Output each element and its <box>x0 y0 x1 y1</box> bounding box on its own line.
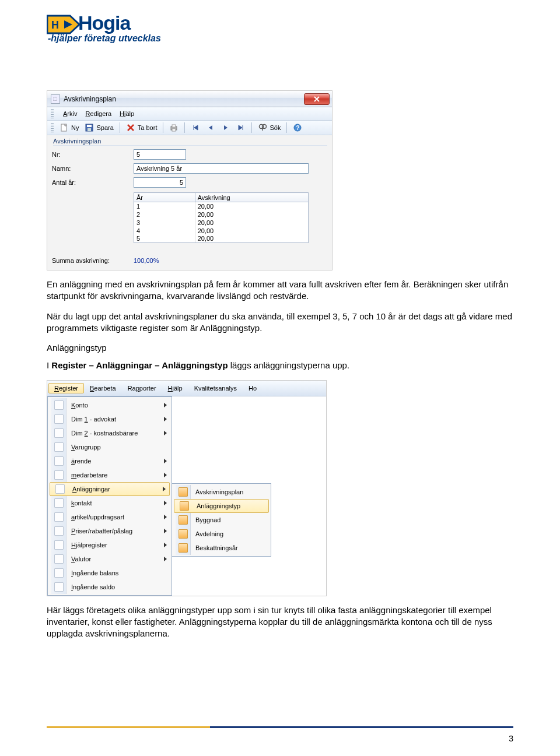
chevron-right-icon <box>164 473 167 477</box>
namn-input[interactable] <box>134 163 309 174</box>
nr-label: Nr: <box>52 151 134 158</box>
new-icon <box>60 123 69 132</box>
submenu-item-label: Byggnad <box>195 516 220 523</box>
list-icon <box>54 442 64 452</box>
table-row[interactable]: 220,00 <box>134 210 309 219</box>
logo-mark-icon: H <box>47 13 75 33</box>
col-ar[interactable]: År <box>134 193 195 202</box>
menubar-2: Register Bearbeta Rapporter Hjälp Kvalit… <box>47 381 326 396</box>
menu-arkiv[interactable]: Arkiv <box>63 110 77 117</box>
submenu-item[interactable]: Byggnad <box>173 513 270 527</box>
menu-item-label: Anläggningar <box>72 486 110 493</box>
antal-input[interactable] <box>134 177 186 188</box>
search-icon <box>258 123 267 132</box>
avskrivning-grid: År Avskrivning 120,00220,00320,00420,005… <box>134 192 309 243</box>
help-button[interactable]: ? <box>292 122 303 133</box>
table-row[interactable]: 520,00 <box>134 235 309 243</box>
chevron-right-icon <box>164 501 167 505</box>
menu-item[interactable]: Varugrupp <box>49 440 170 454</box>
svg-text:H: H <box>51 19 59 31</box>
sum-value: 100,00% <box>134 257 159 264</box>
menu-item-label: Ingående saldo <box>71 583 115 590</box>
delete-button[interactable]: Ta bort <box>125 122 159 133</box>
table-row[interactable]: 120,00 <box>134 202 309 210</box>
separator <box>163 122 163 133</box>
menu-hjalp[interactable]: Hjälp <box>120 110 134 117</box>
menu-kvalitetsanalys[interactable]: Kvalitetsanalys <box>188 383 243 393</box>
help-icon: ? <box>293 123 302 132</box>
dropdown-register: KontoDim 1 - advokatDim 2 - kostnadsbära… <box>47 396 172 596</box>
print-icon <box>169 123 178 132</box>
nav-next-button[interactable] <box>220 122 232 133</box>
submenu-item[interactable]: Anläggningstyp <box>174 499 269 513</box>
menu-item[interactable]: Ingående balans <box>49 566 170 580</box>
chevron-right-icon <box>163 487 166 491</box>
close-button[interactable] <box>304 93 330 105</box>
menu-ho[interactable]: Ho <box>243 383 262 393</box>
menu-item[interactable]: medarbetare <box>49 468 170 482</box>
submenu-item[interactable]: Avdelning <box>173 527 270 541</box>
search-button[interactable]: Sök <box>257 122 282 133</box>
cell-ar: 1 <box>134 202 195 210</box>
page-number: 3 <box>509 734 513 743</box>
window-title: Avskrivningsplan <box>64 95 116 103</box>
menu-item[interactable]: Konto <box>49 398 170 412</box>
menu-item[interactable]: Ingående saldo <box>49 580 170 594</box>
separator <box>286 122 287 133</box>
menu-redigera[interactable]: Redigera <box>85 110 111 117</box>
chevron-right-icon <box>164 557 167 561</box>
svg-rect-5 <box>87 125 92 127</box>
menu-item-label: Valutor <box>71 555 91 562</box>
menu-item-label: artikel/uppdragsart <box>71 514 124 521</box>
submenu-item-label: Beskattningsår <box>195 544 238 551</box>
menu-item[interactable]: kontakt <box>49 496 170 510</box>
paragraph-3: I Register – Anläggningar – Anläggningst… <box>47 360 513 371</box>
grip-icon <box>51 109 54 118</box>
menu-item-label: Hjälpregister <box>71 541 107 548</box>
nav-first-button[interactable] <box>190 122 201 133</box>
delete-icon <box>126 123 135 132</box>
menu-item[interactable]: ärende <box>49 454 170 468</box>
menu-hjalp-2[interactable]: Hjälp <box>162 383 188 393</box>
menu-item[interactable]: Anläggningar <box>50 482 170 496</box>
nav-prev-button[interactable] <box>205 122 216 133</box>
heading-anlaggningstyp: Anläggningstyp <box>47 342 513 354</box>
svg-point-11 <box>262 125 267 129</box>
fieldset-label: Avskrivningsplan <box>53 138 327 146</box>
delete-label: Ta bort <box>138 124 158 131</box>
save-label: Spara <box>96 124 113 131</box>
print-button[interactable] <box>168 122 180 133</box>
new-button[interactable]: Ny <box>58 122 80 133</box>
list-icon <box>54 400 64 410</box>
menu-bearbeta[interactable]: Bearbeta <box>84 383 122 393</box>
list-icon <box>54 568 64 578</box>
menu-rapporter[interactable]: Rapporter <box>122 383 162 393</box>
save-button[interactable]: Spara <box>83 122 114 133</box>
antal-label: Antal år: <box>52 179 134 186</box>
submenu-item[interactable]: Avskrivningsplan <box>173 485 270 499</box>
col-avskr[interactable]: Avskrivning <box>195 193 308 202</box>
menu-item[interactable]: Dim 2 - kostnadsbärare <box>49 426 170 440</box>
register-menu-screenshot: Register Bearbeta Rapporter Hjälp Kvalit… <box>47 380 327 596</box>
toolbar: Ny Spara Ta bort Sök <box>47 121 332 135</box>
menu-item[interactable]: Dim 1 - advokat <box>49 412 170 426</box>
table-row[interactable]: 420,00 <box>134 227 309 235</box>
svg-rect-8 <box>172 125 176 127</box>
chevron-right-icon <box>164 529 167 533</box>
menubar: Arkiv Redigera Hjälp <box>47 107 332 121</box>
chevron-right-icon <box>164 459 167 463</box>
menu-item[interactable]: Hjälpregister <box>49 538 170 552</box>
menu-item[interactable]: Valutor <box>49 552 170 566</box>
titlebar: ⬚ Avskrivningsplan <box>47 91 332 107</box>
nr-input[interactable] <box>134 149 186 160</box>
sum-label: Summa avskrivning: <box>52 257 134 264</box>
list-icon <box>55 484 65 494</box>
table-row[interactable]: 320,00 <box>134 219 309 227</box>
folder-icon <box>178 515 188 525</box>
menu-item[interactable]: Priser/rabatter/påslag <box>49 524 170 538</box>
menu-item[interactable]: artikel/uppdragsart <box>49 510 170 524</box>
nav-last-button[interactable] <box>235 122 247 133</box>
submenu-item[interactable]: Beskattningsår <box>173 541 270 555</box>
menu-register[interactable]: Register <box>48 383 84 393</box>
para3-bold: Register – Anläggningar – Anläggningstyp <box>51 360 228 370</box>
